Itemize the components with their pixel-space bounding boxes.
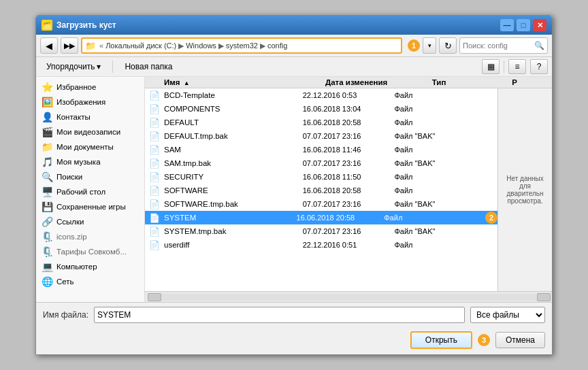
sidebar-label-links: Ссылки [56,218,84,226]
table-row[interactable]: 📄 SOFTWARE 16.06.2018 20:58 Файл [145,184,497,197]
cancel-button[interactable]: Отмена [495,332,545,348]
table-row[interactable]: 📄 COMPONENTS 16.06.2018 13:04 Файл [145,102,497,116]
search-input[interactable] [463,41,532,50]
horizontal-scrollbar[interactable] [145,291,552,302]
scroll-right-btn[interactable] [537,293,551,301]
filename-input[interactable] [94,307,465,323]
table-row[interactable]: 📄 SAM.tmp.bak 07.07.2017 23:16 Файл "BAK… [145,156,497,170]
address-bar[interactable]: 📁 « Локальный диск (C:) ▶ Windows ▶ syst… [81,37,402,54]
sidebar-label-tarify: Тарифы Совкомб... [56,248,127,256]
table-row[interactable]: 📄 SAM 16.06.2018 11:46 Файл [145,143,497,156]
buttons-row: Открыть 3 Отмена [36,327,552,354]
open-button[interactable]: Открыть [410,331,472,349]
sidebar-item-images[interactable]: 🖼️ Изображения [36,95,144,110]
help-button[interactable]: ? [530,59,548,74]
organize-arrow: ▾ [97,62,101,71]
table-row[interactable]: 📄 SECURITY 16.06.2018 11:50 Файл [145,170,497,184]
view-icon-button-2[interactable]: ≡ [508,59,526,74]
table-row[interactable]: 📄 DEFAULT 16.06.2018 20:58 Файл [145,116,497,129]
sidebar-item-desktop[interactable]: 🖥️ Рабочий стол [36,184,144,199]
file-icon: 📄 [145,90,164,101]
sidebar-item-tarify[interactable]: 🗜️ Тарифы Совкомб... [36,244,144,259]
address-sep-0: « [99,41,103,50]
file-icon: 📄 [145,131,164,141]
sidebar-item-network[interactable]: 🌐 Сеть [36,274,144,289]
file-name: COMPONENTS [164,105,303,113]
preview-text: Нет данных для дварительн просмотра. [501,175,549,205]
minimize-button[interactable]: — [500,19,514,31]
sort-indicator: ▲ [184,80,190,86]
secondary-toolbar: Упорядочить ▾ Новая папка ▦ ≡ ? [36,57,552,77]
close-button[interactable]: ✕ [533,19,546,31]
col-header-type[interactable]: Тип [432,78,512,86]
music-icon: 🎵 [42,156,53,167]
file-panel: Имя ▲ Дата изменения Тип Р 📄 BCD-Templat… [145,77,552,302]
address-part-4: config [267,41,287,50]
file-name: BCD-Template [164,91,303,99]
file-type: Файл [394,118,463,127]
sidebar-label-favorites: Избранное [56,83,96,91]
file-name: SOFTWARE.tmp.bak [164,200,303,208]
sidebar-item-documents[interactable]: 📁 Мои документы [36,139,144,154]
file-date: 07.07.2017 23:16 [303,159,395,167]
address-part-2: Windows [186,41,216,50]
tarify-icon: 🗜️ [42,246,53,257]
address-dropdown-button[interactable]: ▾ [423,37,436,54]
file-type: Файл [394,173,463,181]
file-date: 22.12.2016 0:53 [303,91,395,99]
file-name: SECURITY [164,173,303,181]
sidebar-item-contacts[interactable]: 👤 Контакты [36,110,144,124]
forward-button[interactable]: ▶▶ [61,37,78,54]
table-row[interactable]: 📄 SYSTEM 16.06.2018 20:58 Файл 2 [145,211,497,224]
table-row[interactable]: 📄 SOFTWARE.tmp.bak 07.07.2017 23:16 Файл… [145,197,497,211]
file-name: SYSTEM.tmp.bak [164,227,303,235]
file-list: 📄 BCD-Template 22.12.2016 0:53 Файл 📄 CO… [145,88,497,291]
maximize-button[interactable]: □ [517,19,530,31]
col-header-name[interactable]: Имя ▲ [145,78,325,86]
sidebar-item-music[interactable]: 🎵 Моя музыка [36,154,144,169]
col-header-size[interactable]: Р [512,78,552,86]
col-header-date[interactable]: Дата изменения [325,78,432,86]
organize-button[interactable]: Упорядочить ▾ [40,60,107,73]
filetype-select[interactable]: Все файлы [470,307,545,323]
file-name: DEFAULT [164,118,303,127]
scroll-track[interactable] [161,294,537,301]
refresh-button[interactable]: ↻ [439,37,457,54]
view-icon-button-1[interactable]: ▦ [482,59,500,74]
file-date: 16.06.2018 20:58 [303,118,395,127]
sidebar-item-links[interactable]: 🔗 Ссылки [36,214,144,229]
filename-row: Имя файла: Все файлы [36,302,552,327]
sidebar-item-favorites[interactable]: ⭐ Избранное [36,80,144,95]
file-date: 07.07.2017 23:16 [303,227,395,235]
sidebar-label-contacts: Контакты [56,113,91,121]
table-row[interactable]: 📄 BCD-Template 22.12.2016 0:53 Файл [145,88,497,102]
sidebar-item-searches[interactable]: 🔍 Поиски [36,169,144,184]
sidebar-label-network: Сеть [56,278,74,286]
file-icon: 📄 [145,226,164,237]
sidebar-item-savedgames[interactable]: 💾 Сохраненные игры [36,199,144,214]
table-row[interactable]: 📄 DEFAULT.tmp.bak 07.07.2017 23:16 Файл … [145,129,497,143]
system-badge: 2 [485,212,497,224]
titlebar: 🗂️ Загрузить куст — □ ✕ [36,16,552,35]
new-folder-button[interactable]: Новая папка [118,60,178,73]
iconszip-icon: 🗜️ [42,231,53,242]
filename-label: Имя файла: [43,310,88,320]
file-type: Файл [394,91,463,99]
address-sep-1: ▶ [178,41,184,50]
sidebar-item-iconszip[interactable]: 🗜️ icons.zip [36,229,144,244]
file-name: SYSTEM [164,214,297,222]
sidebar-item-computer[interactable]: 💻 Компьютер [36,259,144,274]
sidebar-item-videos[interactable]: 🎬 Мои видеозаписи [36,124,144,139]
sidebar-label-documents: Мои документы [56,143,114,151]
address-sep-2: ▶ [218,41,224,50]
scroll-left-btn[interactable] [148,293,161,301]
computer-icon: 💻 [42,261,53,272]
file-icon: 📄 [145,104,164,114]
file-icon: 📄 [145,172,164,182]
file-list-header: Имя ▲ Дата изменения Тип Р [145,77,552,88]
navigation-toolbar: ◀ ▶▶ 📁 « Локальный диск (C:) ▶ Windows ▶… [36,35,552,57]
back-button[interactable]: ◀ [40,37,58,54]
sidebar-label-searches: Поиски [56,173,82,181]
table-row[interactable]: 📄 SYSTEM.tmp.bak 07.07.2017 23:16 Файл "… [145,224,497,238]
table-row[interactable]: 📄 userdiff 22.12.2016 0:51 Файл [145,238,497,252]
